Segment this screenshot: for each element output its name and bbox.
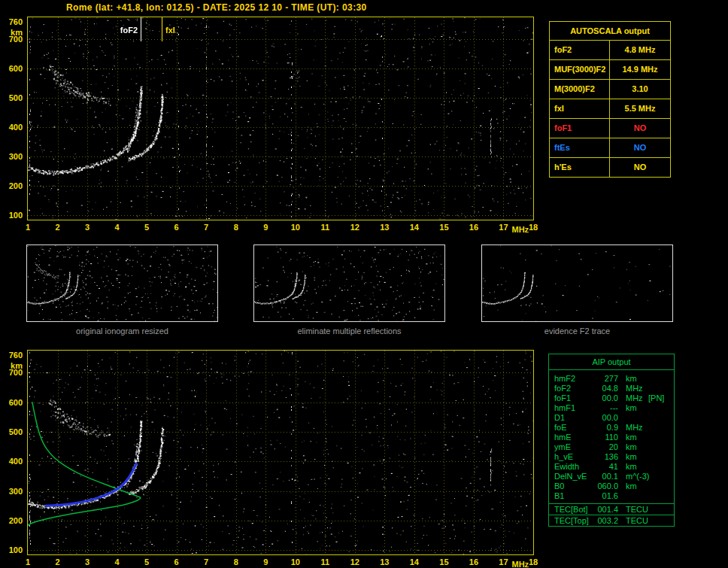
autoscala-row-fof1: foF1NO [550,119,670,138]
aip-row-value: 01.6 [588,491,618,501]
aip-row-value: 20 [588,442,618,452]
aip-row-label: foF1 [554,393,571,403]
x-tick-label: 13 [375,223,393,232]
aip-row-fof2: foF204.8MHz [549,384,674,393]
x-tick-label: 9 [256,223,275,232]
bottom-ionogram-canvas [28,351,533,554]
autoscala-row-value: NO [610,138,670,157]
aip-row-value: 110 [588,433,618,442]
autoscala-row-ftes: ftEsNO [550,138,670,158]
y-tick-label: 600 [9,398,23,407]
x-tick-label: 13 [375,557,393,566]
aip-row-value: 00.1 [588,472,618,481]
autoscala-row-value: 4.8 MHz [610,41,670,59]
aip-row-value: 277 [588,374,618,384]
aip-tec-row-tec-bot-: TEC[Bot]001.4TECU [549,503,674,515]
aip-row-label: D1 [554,413,565,423]
autoscala-row-value: NO [610,119,670,138]
x-tick-label: 17 [494,557,512,566]
y-tick-label: 760 [9,351,23,360]
thumbnail-original-ionogram [26,245,218,322]
x-tick-label: 1 [19,557,37,566]
aip-row-d1: D100.0 [549,413,674,423]
aip-row-value: 136 [588,452,618,462]
autoscala-screen: Rome (lat: +41.8, lon: 012.5) - DATE: 20… [0,0,728,568]
x-tick-label: 6 [168,557,186,566]
bottom-plot-x-axis: 123456789101112131415161718MHz [28,557,554,568]
aip-output-table: AIP output hmF2277kmfoF204.8MHzfoF100.0M… [548,354,675,527]
aip-row-value: --- [588,403,618,413]
autoscala-row-label: foF2 [550,41,610,59]
x-tick-label: 4 [108,557,126,566]
autoscala-row-value: 3.10 [610,80,670,99]
autoscala-row-value: NO [610,158,670,177]
aip-row-deln-ve: DelN_vE00.1m^(-3) [549,472,674,481]
aip-table-tec-rows: TEC[Bot]001.4TECUTEC[Top]003.2TECU [549,503,674,526]
x-tick-label: 7 [197,223,215,232]
aip-row-ewidth: Ewidth41km [549,462,674,472]
aip-row-unit: km [626,462,637,472]
aip-row-label: foF2 [554,384,571,393]
x-tick-label: 8 [227,223,245,232]
autoscala-row-h-es: h'EsNO [550,158,670,177]
aip-row-value: 00.0 [588,413,618,423]
aip-row-hmf1: hmF1---km [549,403,674,413]
top-plot-y-axis: 760700600500400300200100km [0,17,25,220]
aip-row-label: B1 [554,491,564,501]
x-tick-label: 5 [138,557,156,566]
thumbnail-eliminate-canvas [254,245,444,321]
aip-row-value: 04.8 [588,384,618,393]
x-tick-label: 3 [78,557,96,566]
y-axis-unit-label: km [11,361,23,370]
aip-tec-unit: TECU [626,504,648,515]
thumbnail-caption-evidence: evidence F2 trace [481,327,674,336]
x-tick-label: 15 [435,223,453,232]
thumbnail-evidence-canvas [482,245,672,321]
x-tick-label: 8 [227,557,245,566]
aip-row-unit: km [626,452,637,462]
aip-tec-value: 001.4 [588,504,618,515]
aip-row-unit: km [626,374,637,384]
aip-row-label: foE [554,423,567,433]
aip-row-hmf2: hmF2277km [549,374,674,384]
x-tick-label: 16 [465,223,483,232]
x-tick-label: 12 [346,223,364,232]
aip-row-foe: foE0.9MHz [549,423,674,433]
y-tick-label: 500 [9,93,23,102]
autoscala-row-muf-3000-f2: MUF(3000)F214.9 MHz [550,60,670,80]
aip-row-value: 0.9 [588,423,618,433]
autoscala-table-title: AUTOSCALA output [550,22,670,41]
aip-row-label: Ewidth [554,462,579,472]
autoscala-row-m-3000-f2: M(3000)F23.10 [550,80,670,99]
aip-row-hme: hmE110km [549,433,674,442]
x-tick-label: 12 [346,557,364,566]
thumbnail-original-canvas [27,245,217,321]
aip-row-unit: km [626,403,637,413]
x-tick-label: 9 [256,557,275,566]
autoscala-row-fof2: foF24.8 MHz [550,41,670,60]
top-plot-x-axis: 123456789101112131415161718MHz [28,222,554,234]
x-tick-label: 15 [435,557,453,566]
autoscala-row-label: M(3000)F2 [550,80,610,99]
x-tick-label: 2 [49,557,67,566]
aip-table-title: AIP output [549,354,674,370]
autoscala-row-label: MUF(3000)F2 [550,60,610,79]
thumbnail-caption-original: original ionogram resized [26,327,219,336]
aip-row-value: 41 [588,462,618,472]
aip-row-label: hmE [554,433,572,442]
aip-row-note: [PN] [648,393,664,403]
thumbnail-evidence-f2 [481,245,673,322]
x-tick-label: 16 [465,557,483,566]
autoscala-row-label: fxI [550,99,610,118]
aip-tec-row-tec-top-: TEC[Top]003.2TECU [549,515,674,526]
aip-table-rows: hmF2277kmfoF204.8MHzfoF100.0MHz[PN]hmF1-… [549,370,674,503]
y-tick-label: 500 [9,427,23,436]
x-tick-label: 14 [405,223,423,232]
aip-row-unit: km [626,442,637,452]
top-ionogram-plot [27,17,534,220]
aip-row-b1: B101.6 [549,491,674,501]
x-tick-label: 4 [108,223,126,232]
aip-row-value: 060.0 [588,481,618,491]
x-axis-unit-label: MHz [511,225,529,234]
autoscala-row-value: 14.9 MHz [610,60,670,79]
